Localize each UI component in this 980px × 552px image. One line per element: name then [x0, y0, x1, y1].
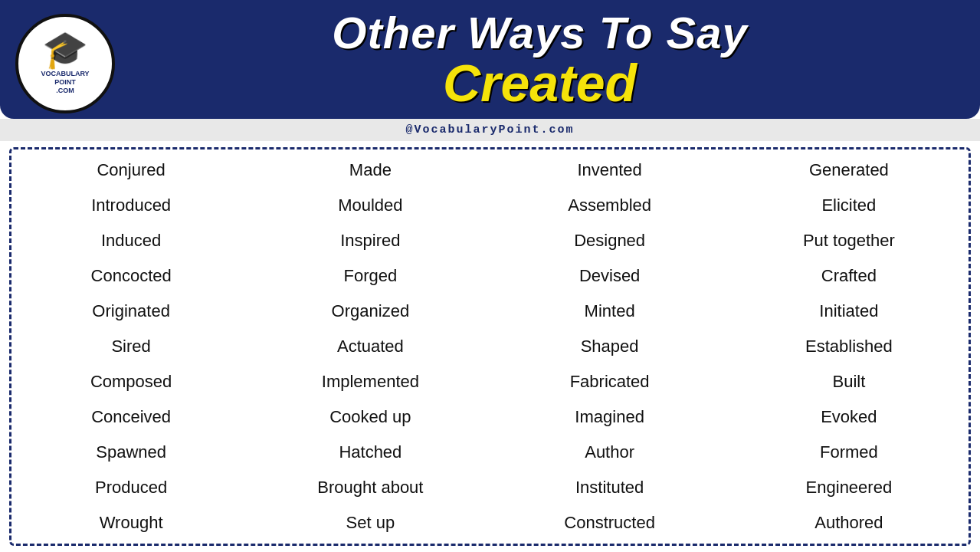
header: 🎓 VOCABULARY POINT .COM Other Ways To Sa… — [0, 0, 980, 119]
grid-cell: Cooked up — [251, 406, 490, 429]
grid-row: SiredActuatedShapedEstablished — [11, 335, 969, 358]
grid-row: IntroducedMouldedAssembledElicited — [11, 194, 969, 217]
grid-cell: Composed — [11, 370, 251, 393]
grid-cell: Conceived — [11, 406, 251, 429]
grid-cell: Spawned — [11, 441, 251, 464]
grid-row: OriginatedOrganizedMintedInitiated — [11, 300, 969, 323]
grid-cell: Built — [729, 370, 969, 393]
grid-cell: Designed — [490, 229, 729, 252]
grid-cell: Initiated — [729, 300, 969, 323]
grid-cell: Generated — [729, 159, 969, 182]
logo-mascot: 🎓 — [42, 31, 88, 68]
grid-cell: Induced — [11, 229, 251, 252]
grid-cell: Instituted — [490, 476, 729, 499]
page-wrapper: 🎓 VOCABULARY POINT .COM Other Ways To Sa… — [0, 0, 980, 552]
grid-cell: Introduced — [11, 194, 251, 217]
grid-cell: Produced — [11, 476, 251, 499]
header-title-line1: Other Ways To Say — [115, 10, 965, 57]
grid-row: SpawnedHatchedAuthorFormed — [11, 441, 969, 464]
grid-cell: Evoked — [729, 406, 969, 429]
grid-row: ConceivedCooked upImaginedEvoked — [11, 406, 969, 429]
grid-row: ProducedBrought aboutInstitutedEngineere… — [11, 476, 969, 499]
header-title-line2: Created — [115, 57, 965, 109]
grid-cell: Forged — [251, 264, 490, 288]
grid-cell: Moulded — [251, 194, 490, 217]
grid-row: ConcoctedForgedDevisedCrafted — [11, 264, 969, 288]
grid-cell: Sired — [11, 335, 251, 358]
grid-cell: Formed — [729, 441, 969, 464]
grid-cell: Organized — [251, 300, 490, 323]
grid-row: WroughtSet upConstructedAuthored — [11, 511, 969, 534]
grid-cell: Established — [729, 335, 969, 358]
grid-row: InducedInspiredDesignedPut together — [11, 229, 969, 252]
grid-cell: Actuated — [251, 335, 490, 358]
grid-cell: Elicited — [729, 194, 969, 217]
grid-cell: Hatched — [251, 441, 490, 464]
logo: 🎓 VOCABULARY POINT .COM — [15, 14, 115, 113]
word-grid: ConjuredMadeInventedGeneratedIntroducedM… — [9, 147, 971, 546]
grid-cell: Implemented — [251, 370, 490, 393]
grid-cell: Authored — [729, 511, 969, 534]
grid-cell: Shaped — [490, 335, 729, 358]
logo-text: VOCABULARY POINT .COM — [41, 70, 89, 94]
grid-cell: Set up — [251, 511, 490, 534]
grid-cell: Inspired — [251, 229, 490, 252]
grid-cell: Devised — [490, 264, 729, 288]
grid-cell: Conjured — [11, 159, 251, 182]
grid-cell: Engineered — [729, 476, 969, 499]
grid-cell: Invented — [490, 159, 729, 182]
subheader-text: @VocabularyPoint.com — [405, 123, 574, 136]
grid-cell: Constructed — [490, 511, 729, 534]
grid-cell: Fabricated — [490, 370, 729, 393]
grid-cell: Author — [490, 441, 729, 464]
grid-row: ConjuredMadeInventedGenerated — [11, 159, 969, 182]
subheader: @VocabularyPoint.com — [0, 119, 980, 141]
grid-cell: Concocted — [11, 264, 251, 288]
grid-cell: Made — [251, 159, 490, 182]
grid-cell: Brought about — [251, 476, 490, 499]
grid-cell: Wrought — [11, 511, 251, 534]
grid-cell: Assembled — [490, 194, 729, 217]
grid-cell: Originated — [11, 300, 251, 323]
grid-cell: Minted — [490, 300, 729, 323]
grid-cell: Crafted — [729, 264, 969, 288]
grid-row: ComposedImplementedFabricatedBuilt — [11, 370, 969, 393]
header-title-block: Other Ways To Say Created — [115, 10, 965, 117]
grid-cell: Put together — [729, 229, 969, 252]
grid-cell: Imagined — [490, 406, 729, 429]
